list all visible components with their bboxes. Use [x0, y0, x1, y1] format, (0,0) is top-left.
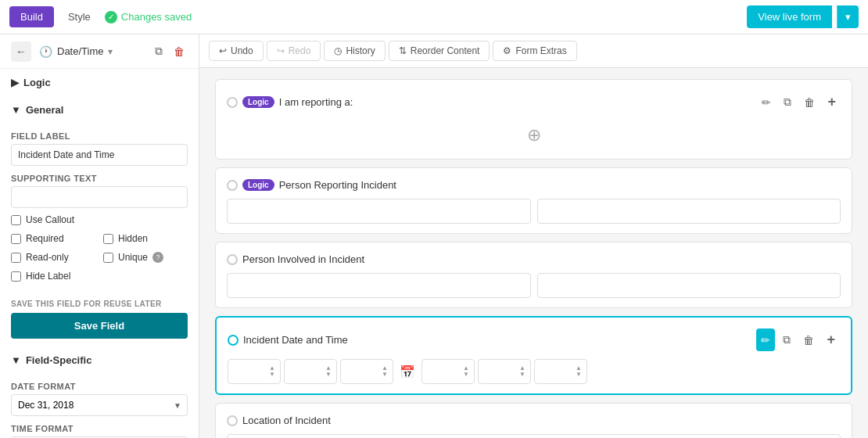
field-title-3: Person Involved in Incident: [242, 253, 841, 265]
input-placeholder-3a: [227, 273, 531, 298]
field-label-input[interactable]: [11, 144, 188, 166]
delete-field-button[interactable]: 🗑: [170, 43, 188, 59]
input-row-3: [227, 273, 841, 298]
input-row-2: [227, 199, 841, 224]
left-panel: ← 🕐 Date/Time ▾ ⧉ 🗑 ▶ Logic ▼ General FI…: [0, 34, 199, 438]
panel-title: 🕐 Date/Time ▾: [39, 45, 152, 58]
form-field-person-involved: Person Involved in Incident: [215, 242, 852, 308]
view-live-dropdown-button[interactable]: ▾: [837, 5, 859, 28]
copy-field-4-button[interactable]: ⧉: [778, 328, 795, 351]
required-checkbox[interactable]: [11, 234, 21, 244]
history-icon: ◷: [334, 45, 342, 56]
radio-dot-3: [227, 254, 238, 265]
main-layout: ← 🕐 Date/Time ▾ ⧉ 🗑 ▶ Logic ▼ General FI…: [0, 34, 868, 438]
panel-header-actions: ⧉ 🗑: [152, 43, 188, 59]
view-live-button[interactable]: View live form: [747, 5, 832, 28]
top-bar-right: View live form ▾: [747, 5, 859, 28]
form-field-header-4: Incident Date and Time ✏ ⧉ 🗑 +: [228, 328, 840, 351]
move-cursor-1[interactable]: ⊕: [527, 125, 541, 145]
reorder-button[interactable]: ⇅ Reorder Content: [389, 41, 490, 61]
form-field-header-1: Logic I am reporting a: ✏ ⧉ 🗑 +: [227, 91, 841, 113]
input-row-5: [227, 434, 841, 438]
form-field-location: Location of Incident: [215, 403, 852, 438]
readonly-checkbox[interactable]: [11, 253, 21, 263]
input-placeholder-5: [227, 434, 841, 438]
logic-section-toggle[interactable]: ▶ Logic: [0, 69, 199, 96]
changes-saved-status: ✓ Changes saved: [105, 11, 192, 23]
panel-header: ← 🕐 Date/Time ▾ ⧉ 🗑: [0, 34, 199, 69]
extras-icon: ⚙: [503, 45, 511, 56]
spin-down-day[interactable]: ▼: [519, 372, 525, 378]
form-field-reporting: Logic I am reporting a: ✏ ⧉ 🗑 + ⊕: [215, 79, 852, 160]
back-button[interactable]: ←: [11, 41, 31, 62]
datetime-year-input[interactable]: ▲▼: [534, 359, 587, 384]
tab-style[interactable]: Style: [57, 6, 102, 27]
form-area: Logic I am reporting a: ✏ ⧉ 🗑 + ⊕: [199, 68, 868, 438]
form-field-incident-datetime: Incident Date and Time ✏ ⧉ 🗑 + ▲▼: [215, 316, 852, 395]
reorder-icon: ⇅: [399, 45, 407, 56]
field-title-5: Location of Incident: [242, 415, 841, 426]
duplicate-field-button[interactable]: ⧉: [152, 43, 166, 59]
datetime-minutes-input[interactable]: ▲▼: [284, 359, 337, 384]
field-specific-section-toggle[interactable]: ▼ Field-Specific: [0, 346, 199, 374]
copy-field-1-button[interactable]: ⧉: [779, 91, 796, 113]
datetime-day-input[interactable]: ▲▼: [478, 359, 531, 384]
clock-icon: 🕐: [39, 45, 52, 58]
form-field-person-reporting: Logic Person Reporting Incident: [215, 167, 852, 234]
date-format-select[interactable]: Dec 31, 2018 12/31/2018 31/12/2018: [11, 394, 188, 416]
spin-down-month[interactable]: ▼: [463, 372, 469, 378]
check-circle-icon: ✓: [105, 11, 117, 23]
spin-down-hours[interactable]: ▼: [269, 372, 275, 378]
edit-field-4-button[interactable]: ✏: [756, 328, 775, 351]
redo-button[interactable]: ↪ Redo: [267, 41, 321, 61]
unique-help-icon[interactable]: ?: [152, 252, 163, 263]
top-bar-left: Build Style ✓ Changes saved: [9, 6, 192, 27]
spin-down-year[interactable]: ▼: [576, 372, 582, 378]
history-button[interactable]: ◷ History: [324, 41, 385, 61]
logic-badge-2: Logic: [242, 179, 274, 191]
field-actions-4: ✏ ⧉ 🗑 +: [756, 328, 840, 351]
field-title-4: Incident Date and Time: [243, 334, 751, 346]
input-placeholder-2a: [227, 199, 531, 224]
tab-build[interactable]: Build: [9, 6, 54, 27]
add-field-4-button[interactable]: +: [822, 328, 840, 351]
hide-label-checkbox[interactable]: [11, 271, 21, 282]
input-placeholder-3b: [537, 273, 841, 298]
hidden-checkbox[interactable]: [103, 234, 113, 244]
calendar-icon-button[interactable]: 📅: [396, 364, 418, 379]
save-section: SAVE THIS FIELD FOR REUSE LATER Save Fie…: [0, 293, 199, 346]
toolbar: ↩ Undo ↪ Redo ◷ History ⇅ Reorder Conten…: [199, 34, 868, 68]
save-field-button[interactable]: Save Field: [11, 313, 188, 339]
right-content: ↩ Undo ↪ Redo ◷ History ⇅ Reorder Conten…: [199, 34, 868, 438]
undo-button[interactable]: ↩ Undo: [209, 41, 264, 61]
field-title-1: I am reporting a:: [279, 96, 753, 108]
form-field-header-3: Person Involved in Incident: [227, 253, 841, 265]
delete-field-1-button[interactable]: 🗑: [799, 91, 820, 113]
redo-icon: ↪: [277, 45, 285, 56]
date-format-select-wrapper: Dec 31, 2018 12/31/2018 31/12/2018 ▼: [11, 394, 188, 416]
datetime-seconds-input[interactable]: ▲▼: [340, 359, 393, 384]
undo-icon: ↩: [219, 45, 227, 56]
field-title-2: Person Reporting Incident: [279, 179, 841, 191]
form-field-header-2: Logic Person Reporting Incident: [227, 179, 841, 191]
general-section-toggle[interactable]: ▼ General: [0, 96, 199, 124]
form-field-header-5: Location of Incident: [227, 415, 841, 426]
edit-field-1-button[interactable]: ✏: [757, 91, 776, 113]
delete-field-4-button[interactable]: 🗑: [798, 328, 819, 351]
use-callout-checkbox[interactable]: [11, 215, 21, 225]
radio-dot-4: [228, 335, 239, 346]
supporting-text-input[interactable]: [11, 186, 188, 208]
datetime-month-input[interactable]: ▲▼: [421, 359, 475, 384]
spin-down-seconds[interactable]: ▼: [382, 372, 388, 378]
radio-dot-5: [227, 415, 238, 426]
field-specific-section: DATE FORMAT Dec 31, 2018 12/31/2018 31/1…: [0, 382, 199, 438]
datetime-hours-input[interactable]: ▲▼: [228, 359, 281, 384]
add-field-1-button[interactable]: +: [823, 91, 841, 113]
unique-checkbox[interactable]: [103, 253, 113, 263]
spin-down-minutes[interactable]: ▼: [325, 372, 332, 378]
form-extras-button[interactable]: ⚙ Form Extras: [493, 41, 576, 61]
input-placeholder-2b: [537, 199, 841, 224]
top-bar: Build Style ✓ Changes saved View live fo…: [0, 0, 868, 34]
radio-dot-2: [227, 180, 238, 191]
field-actions-1: ✏ ⧉ 🗑 +: [757, 91, 841, 113]
